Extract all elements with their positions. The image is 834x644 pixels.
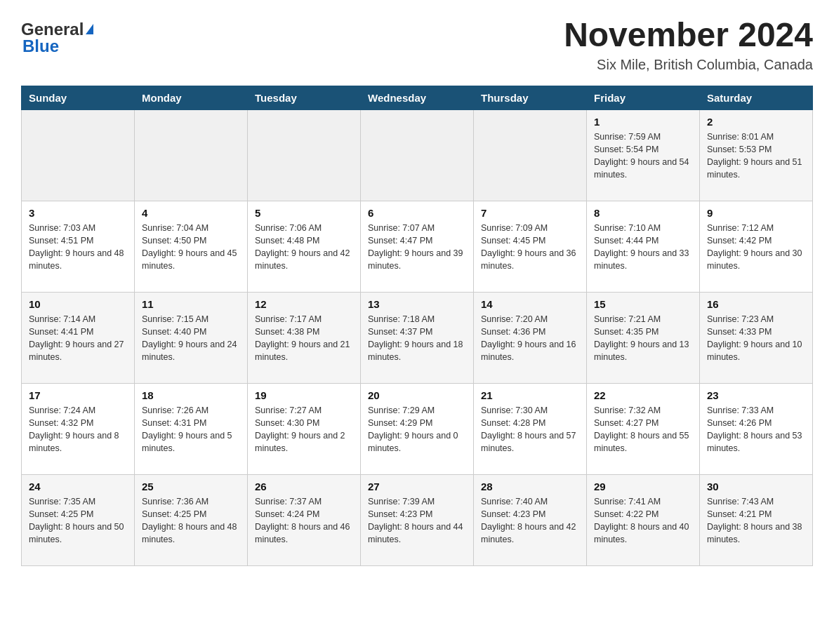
page-header: General Blue November 2024 Six Mile, Bri… bbox=[21, 17, 813, 73]
day-number: 22 bbox=[594, 389, 692, 401]
day-number: 11 bbox=[142, 298, 240, 310]
day-info: Sunrise: 7:21 AMSunset: 4:35 PMDaylight:… bbox=[594, 313, 692, 364]
weekday-header-friday: Friday bbox=[587, 86, 700, 109]
day-info: Sunrise: 7:41 AMSunset: 4:22 PMDaylight:… bbox=[594, 495, 692, 546]
calendar-week-3: 10Sunrise: 7:14 AMSunset: 4:41 PMDayligh… bbox=[22, 292, 813, 383]
calendar-cell: 5Sunrise: 7:06 AMSunset: 4:48 PMDaylight… bbox=[248, 201, 361, 292]
calendar-cell: 30Sunrise: 7:43 AMSunset: 4:21 PMDayligh… bbox=[700, 474, 813, 565]
day-number: 16 bbox=[707, 298, 805, 310]
day-number: 9 bbox=[707, 207, 805, 219]
day-number: 8 bbox=[594, 207, 692, 219]
day-info: Sunrise: 7:30 AMSunset: 4:28 PMDaylight:… bbox=[481, 404, 579, 455]
day-number: 23 bbox=[707, 389, 805, 401]
day-info: Sunrise: 7:43 AMSunset: 4:21 PMDaylight:… bbox=[707, 495, 805, 546]
calendar-cell bbox=[474, 109, 587, 201]
calendar-cell: 21Sunrise: 7:30 AMSunset: 4:28 PMDayligh… bbox=[474, 383, 587, 474]
day-info: Sunrise: 7:14 AMSunset: 4:41 PMDaylight:… bbox=[29, 313, 127, 364]
day-info: Sunrise: 7:06 AMSunset: 4:48 PMDaylight:… bbox=[255, 222, 353, 273]
calendar-cell: 12Sunrise: 7:17 AMSunset: 4:38 PMDayligh… bbox=[248, 292, 361, 383]
weekday-header-tuesday: Tuesday bbox=[248, 86, 361, 109]
weekday-header-row: SundayMondayTuesdayWednesdayThursdayFrid… bbox=[22, 86, 813, 109]
calendar-cell bbox=[248, 109, 361, 201]
logo: General Blue bbox=[21, 17, 93, 56]
day-info: Sunrise: 7:35 AMSunset: 4:25 PMDaylight:… bbox=[29, 495, 127, 546]
calendar-cell: 10Sunrise: 7:14 AMSunset: 4:41 PMDayligh… bbox=[22, 292, 135, 383]
day-number: 18 bbox=[142, 389, 240, 401]
day-info: Sunrise: 7:20 AMSunset: 4:36 PMDaylight:… bbox=[481, 313, 579, 364]
calendar-cell: 25Sunrise: 7:36 AMSunset: 4:25 PMDayligh… bbox=[135, 474, 248, 565]
day-number: 5 bbox=[255, 207, 353, 219]
calendar-cell: 26Sunrise: 7:37 AMSunset: 4:24 PMDayligh… bbox=[248, 474, 361, 565]
day-number: 26 bbox=[255, 481, 353, 492]
day-info: Sunrise: 7:27 AMSunset: 4:30 PMDaylight:… bbox=[255, 404, 353, 455]
calendar-cell: 9Sunrise: 7:12 AMSunset: 4:42 PMDaylight… bbox=[700, 201, 813, 292]
day-number: 19 bbox=[255, 389, 353, 401]
day-info: Sunrise: 7:24 AMSunset: 4:32 PMDaylight:… bbox=[29, 404, 127, 455]
calendar-cell: 4Sunrise: 7:04 AMSunset: 4:50 PMDaylight… bbox=[135, 201, 248, 292]
day-number: 7 bbox=[481, 207, 579, 219]
calendar-cell: 3Sunrise: 7:03 AMSunset: 4:51 PMDaylight… bbox=[22, 201, 135, 292]
day-info: Sunrise: 7:26 AMSunset: 4:31 PMDaylight:… bbox=[142, 404, 240, 455]
day-info: Sunrise: 7:04 AMSunset: 4:50 PMDaylight:… bbox=[142, 222, 240, 273]
calendar-cell bbox=[361, 109, 474, 201]
calendar-week-5: 24Sunrise: 7:35 AMSunset: 4:25 PMDayligh… bbox=[22, 474, 813, 565]
calendar-cell: 6Sunrise: 7:07 AMSunset: 4:47 PMDaylight… bbox=[361, 201, 474, 292]
day-number: 15 bbox=[594, 298, 692, 310]
calendar-cell: 28Sunrise: 7:40 AMSunset: 4:23 PMDayligh… bbox=[474, 474, 587, 565]
calendar-cell: 29Sunrise: 7:41 AMSunset: 4:22 PMDayligh… bbox=[587, 474, 700, 565]
day-info: Sunrise: 7:40 AMSunset: 4:23 PMDaylight:… bbox=[481, 495, 579, 546]
weekday-header-wednesday: Wednesday bbox=[361, 86, 474, 109]
day-info: Sunrise: 7:03 AMSunset: 4:51 PMDaylight:… bbox=[29, 222, 127, 273]
calendar-week-1: 1Sunrise: 7:59 AMSunset: 5:54 PMDaylight… bbox=[22, 109, 813, 201]
weekday-header-sunday: Sunday bbox=[22, 86, 135, 109]
day-number: 12 bbox=[255, 298, 353, 310]
calendar-cell: 24Sunrise: 7:35 AMSunset: 4:25 PMDayligh… bbox=[22, 474, 135, 565]
calendar-cell: 7Sunrise: 7:09 AMSunset: 4:45 PMDaylight… bbox=[474, 201, 587, 292]
day-number: 24 bbox=[29, 481, 127, 492]
calendar-cell: 1Sunrise: 7:59 AMSunset: 5:54 PMDaylight… bbox=[587, 109, 700, 201]
weekday-header-thursday: Thursday bbox=[474, 86, 587, 109]
day-number: 13 bbox=[368, 298, 466, 310]
day-number: 29 bbox=[594, 481, 692, 492]
logo-triangle-icon bbox=[86, 24, 93, 34]
day-info: Sunrise: 8:01 AMSunset: 5:53 PMDaylight:… bbox=[707, 130, 805, 182]
title-block: November 2024 Six Mile, British Columbia… bbox=[564, 17, 813, 73]
day-number: 6 bbox=[368, 207, 466, 219]
day-number: 30 bbox=[707, 481, 805, 492]
calendar-cell: 8Sunrise: 7:10 AMSunset: 4:44 PMDaylight… bbox=[587, 201, 700, 292]
day-info: Sunrise: 7:15 AMSunset: 4:40 PMDaylight:… bbox=[142, 313, 240, 364]
calendar-cell: 22Sunrise: 7:32 AMSunset: 4:27 PMDayligh… bbox=[587, 383, 700, 474]
calendar-cell: 14Sunrise: 7:20 AMSunset: 4:36 PMDayligh… bbox=[474, 292, 587, 383]
month-year-title: November 2024 bbox=[564, 17, 813, 54]
location-subtitle: Six Mile, British Columbia, Canada bbox=[564, 57, 813, 73]
calendar-cell: 17Sunrise: 7:24 AMSunset: 4:32 PMDayligh… bbox=[22, 383, 135, 474]
day-number: 10 bbox=[29, 298, 127, 310]
day-info: Sunrise: 7:23 AMSunset: 4:33 PMDaylight:… bbox=[707, 313, 805, 364]
day-info: Sunrise: 7:33 AMSunset: 4:26 PMDaylight:… bbox=[707, 404, 805, 455]
day-number: 3 bbox=[29, 207, 127, 219]
calendar-cell: 18Sunrise: 7:26 AMSunset: 4:31 PMDayligh… bbox=[135, 383, 248, 474]
calendar-cell bbox=[22, 109, 135, 201]
day-number: 28 bbox=[481, 481, 579, 492]
day-number: 25 bbox=[142, 481, 240, 492]
calendar-cell bbox=[135, 109, 248, 201]
calendar-week-4: 17Sunrise: 7:24 AMSunset: 4:32 PMDayligh… bbox=[22, 383, 813, 474]
calendar-week-2: 3Sunrise: 7:03 AMSunset: 4:51 PMDaylight… bbox=[22, 201, 813, 292]
day-info: Sunrise: 7:07 AMSunset: 4:47 PMDaylight:… bbox=[368, 222, 466, 273]
day-number: 1 bbox=[594, 116, 692, 128]
day-info: Sunrise: 7:32 AMSunset: 4:27 PMDaylight:… bbox=[594, 404, 692, 455]
day-number: 2 bbox=[707, 116, 805, 128]
day-number: 14 bbox=[481, 298, 579, 310]
day-number: 27 bbox=[368, 481, 466, 492]
calendar-cell: 2Sunrise: 8:01 AMSunset: 5:53 PMDaylight… bbox=[700, 109, 813, 201]
day-info: Sunrise: 7:12 AMSunset: 4:42 PMDaylight:… bbox=[707, 222, 805, 273]
day-info: Sunrise: 7:29 AMSunset: 4:29 PMDaylight:… bbox=[368, 404, 466, 455]
day-info: Sunrise: 7:39 AMSunset: 4:23 PMDaylight:… bbox=[368, 495, 466, 546]
day-info: Sunrise: 7:10 AMSunset: 4:44 PMDaylight:… bbox=[594, 222, 692, 273]
day-info: Sunrise: 7:17 AMSunset: 4:38 PMDaylight:… bbox=[255, 313, 353, 364]
day-number: 17 bbox=[29, 389, 127, 401]
day-info: Sunrise: 7:37 AMSunset: 4:24 PMDaylight:… bbox=[255, 495, 353, 546]
calendar-cell: 19Sunrise: 7:27 AMSunset: 4:30 PMDayligh… bbox=[248, 383, 361, 474]
weekday-header-saturday: Saturday bbox=[700, 86, 813, 109]
calendar-cell: 23Sunrise: 7:33 AMSunset: 4:26 PMDayligh… bbox=[700, 383, 813, 474]
